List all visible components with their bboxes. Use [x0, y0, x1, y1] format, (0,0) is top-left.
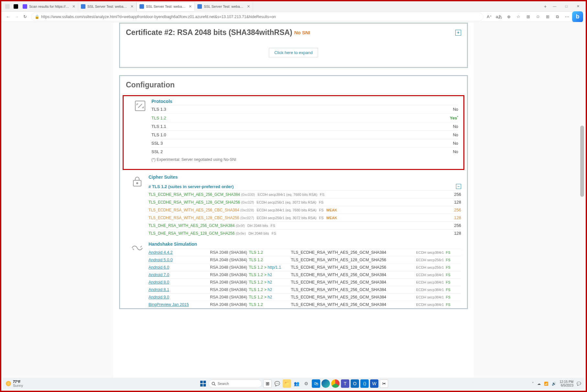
client-link[interactable]: Android 8.1	[149, 287, 169, 292]
protocols-title: Protocols	[151, 99, 458, 105]
client-link[interactable]: Android 4.4.2	[149, 250, 172, 255]
cipher-subheading: # TLS 1.2 (suites in server-preferred or…	[149, 184, 234, 189]
protocol-row: TLS 1.0No	[151, 131, 458, 139]
more-icon[interactable]: ⋯	[563, 13, 571, 21]
expand-cert-icon[interactable]: +	[455, 30, 461, 36]
configuration-title: Configuration	[126, 81, 461, 89]
read-aloud-icon[interactable]: A⁺	[485, 13, 493, 21]
taskview-icon[interactable]: ⊞	[263, 379, 272, 388]
edge-icon[interactable]	[322, 379, 330, 388]
client-link[interactable]: Android 5.0.0	[149, 258, 172, 262]
tab-close-icon[interactable]: ✕	[72, 4, 75, 9]
profile-icon[interactable]	[5, 4, 10, 9]
cipher-row: TLS_ECDHE_RSA_WITH_AES_256_CBC_SHA384 (0…	[149, 206, 461, 214]
client-link[interactable]: Android 8.0	[149, 280, 169, 285]
scrollbar-thumb[interactable]	[580, 126, 584, 197]
store-icon[interactable]: 🛍	[312, 379, 320, 388]
protocol-row: SSL 2No	[151, 148, 458, 156]
handshake-icon	[130, 242, 144, 254]
handshake-row: Android 8.1RSA 2048 (SHA384)TLS 1.2 > h2…	[149, 286, 461, 294]
svg-point-7	[212, 382, 215, 385]
translate-icon[interactable]: aあ	[495, 13, 503, 21]
handshake-row: Android 7.0RSA 2048 (SHA384)TLS 1.2 > h2…	[149, 271, 461, 279]
extension-icon-1[interactable]: ⊞	[524, 13, 532, 21]
word-icon[interactable]: W	[370, 379, 379, 388]
collapse-cipher-icon[interactable]: −	[456, 184, 461, 189]
notifications-icon[interactable]: 💬	[577, 382, 581, 386]
tabs-row: Scan results for https://webappf...✕SSL …	[20, 2, 542, 11]
tray-chevron-icon[interactable]: ˄	[532, 382, 534, 386]
settings-icon[interactable]: ⚙	[302, 379, 311, 388]
client-link[interactable]: BingPreview Jan 2015	[149, 302, 189, 307]
forward-button[interactable]: →	[12, 13, 21, 21]
cipher-row: TLS_ECDHE_RSA_WITH_AES_256_GCM_SHA384 (0…	[149, 191, 461, 198]
vscode-icon[interactable]: ⟨⟩	[360, 379, 369, 388]
protocols-icon	[134, 99, 147, 112]
svg-rect-4	[204, 381, 206, 383]
tab-close-icon[interactable]: ✕	[189, 4, 192, 9]
url-field[interactable]: 🔒 https://www.ssllabs.com/ssltest/analyz…	[31, 13, 483, 21]
client-link[interactable]: Android 9.0	[149, 295, 169, 299]
teams-icon[interactable]: 👥	[293, 379, 301, 388]
browser-tab-2[interactable]: SSL Server Test: webappfrontdo...✕	[137, 2, 195, 11]
chrome-icon[interactable]	[331, 379, 340, 388]
handshake-row: Android 9.0RSA 2048 (SHA384)TLS 1.2 > h2…	[149, 294, 461, 301]
back-button[interactable]: ←	[4, 13, 12, 21]
cipher-row: TLS_DHE_RSA_WITH_AES_256_GCM_SHA384 (0x9…	[149, 222, 461, 230]
outlook-icon[interactable]: O	[351, 379, 359, 388]
tray-onedrive-icon[interactable]: ☁	[537, 382, 541, 386]
collections-icon[interactable]: ⊞	[544, 13, 551, 21]
svg-rect-3	[200, 381, 203, 383]
start-button[interactable]	[199, 379, 207, 388]
expand-cert-button[interactable]: Click here to expand	[269, 48, 318, 57]
teams2-icon[interactable]: T	[341, 379, 349, 388]
svg-rect-5	[200, 384, 203, 386]
handshake-section: Handshake Simulation Android 4.4.2RSA 20…	[120, 237, 467, 308]
tray-volume-icon[interactable]: 🔊	[552, 382, 556, 386]
close-window-button[interactable]: ✕	[572, 4, 584, 8]
browser-tab-3[interactable]: SSL Server Test: webappfrontdo...✕	[195, 2, 253, 11]
client-link[interactable]: Android 6.0	[149, 265, 169, 270]
cipher-suites-section: Cipher Suites # TLS 1.2 (suites in serve…	[120, 173, 467, 237]
explorer-icon[interactable]: 📁	[283, 379, 291, 388]
extensions-icon[interactable]: ⧉	[553, 13, 561, 21]
protocol-row: TLS 1.1No	[151, 122, 458, 131]
certificate-box: Certificate #2: RSA 2048 bits (SHA384wit…	[119, 23, 468, 68]
handshake-row: BingPreview Jan 2015RSA 2048 (SHA384)TLS…	[149, 301, 461, 308]
address-bar: ← → ↻ 🔒 https://www.ssllabs.com/ssltest/…	[1, 12, 586, 22]
windows-taskbar: 77°F Sunny Search ⊞ 💬 📁 👥 ⚙ 🛍 T O ⟨⟩ W ✂…	[3, 378, 584, 389]
tab-close-icon[interactable]: ✕	[247, 4, 250, 9]
minimize-button[interactable]: —	[549, 4, 560, 8]
refresh-button[interactable]: ↻	[21, 13, 29, 21]
handshake-row: Android 5.0.0RSA 2048 (SHA384)TLS 1.2TLS…	[149, 256, 461, 264]
snip-icon[interactable]: ✂	[380, 379, 388, 388]
browser-tab-0[interactable]: Scan results for https://webappf...✕	[20, 2, 78, 11]
taskbar-search[interactable]: Search	[209, 379, 262, 388]
svg-rect-6	[204, 384, 206, 386]
new-tab-button[interactable]: +	[542, 4, 549, 9]
favorite-icon[interactable]: ☆	[515, 13, 522, 21]
workspaces-icon[interactable]	[14, 4, 18, 9]
bing-sidebar-button[interactable]: b	[572, 11, 583, 22]
browser-tabbar: Scan results for https://webappf...✕SSL …	[1, 1, 586, 12]
taskbar-clock[interactable]: 12:15 PM 6/5/2023	[559, 380, 573, 387]
favorites-bar-icon[interactable]: ✩	[534, 13, 542, 21]
zoom-icon[interactable]: ⊕	[505, 13, 513, 21]
client-link[interactable]: Android 7.0	[149, 273, 169, 277]
maximize-button[interactable]: □	[560, 4, 572, 8]
configuration-box: Configuration Protocols TLS 1.3NoTLS 1.2…	[119, 75, 468, 309]
cipher-row: TLS_ECDHE_RSA_WITH_AES_128_GCM_SHA256 (0…	[149, 198, 461, 206]
weather-widget[interactable]: 77°F Sunny	[6, 380, 23, 387]
protocols-note: (*) Experimental: Server negotiated usin…	[151, 156, 458, 162]
cipher-table: TLS_ECDHE_RSA_WITH_AES_256_GCM_SHA384 (0…	[149, 190, 461, 237]
browser-tab-1[interactable]: SSL Server Test: webappfrontdo...✕	[78, 2, 137, 11]
weather-icon	[6, 381, 11, 386]
protocols-highlight: Protocols TLS 1.3NoTLS 1.2Yes*TLS 1.1NoT…	[123, 95, 464, 170]
page-viewport: Certificate #2: RSA 2048 bits (SHA384wit…	[3, 22, 584, 378]
system-tray[interactable]: ˄ ☁ 📶 🔊 12:15 PM 6/5/2023 💬	[532, 380, 581, 387]
tray-wifi-icon[interactable]: 📶	[544, 382, 548, 386]
tab-close-icon[interactable]: ✕	[130, 4, 134, 9]
chat-icon[interactable]: 💬	[273, 379, 282, 388]
ssllabs-page: Certificate #2: RSA 2048 bits (SHA384wit…	[113, 23, 474, 378]
taskbar-search-label: Search	[218, 382, 229, 386]
